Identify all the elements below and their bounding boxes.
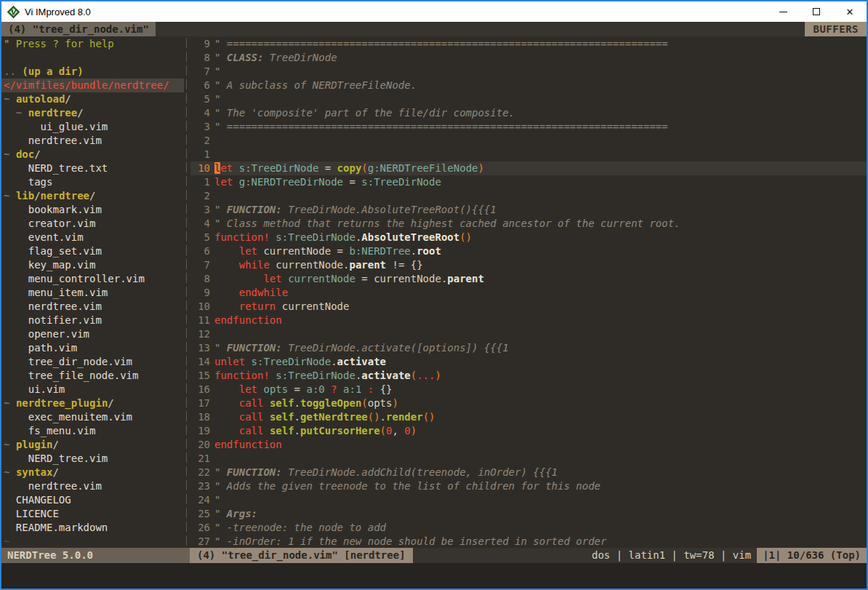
minimize-button[interactable] bbox=[766, 1, 800, 22]
code-line[interactable]: 4" Class method that returns the highest… bbox=[190, 217, 867, 231]
syntax-span: activate bbox=[337, 356, 386, 367]
line-text: " FUNCTION: TreeDirNode.AbsoluteTreeRoot… bbox=[214, 203, 867, 217]
code-line[interactable]: 4" The 'composite' part of the file/dir … bbox=[190, 106, 867, 120]
syntax-span: et bbox=[220, 162, 233, 174]
code-line[interactable]: 9" =====================================… bbox=[190, 37, 867, 51]
code-line[interactable]: 11endfunction bbox=[190, 314, 867, 327]
tree-row[interactable]: ~ nerdtree/ bbox=[1, 106, 184, 120]
tree-row[interactable]: nerdtree.vim bbox=[1, 300, 184, 314]
tree-row[interactable]: event.vim bbox=[1, 231, 184, 244]
code-line[interactable]: 23" Adds the given treenode to the list … bbox=[190, 479, 867, 493]
syntax-span: call bbox=[239, 411, 264, 423]
code-line[interactable]: 7" bbox=[190, 65, 867, 79]
code-line[interactable]: 6 let currentNode = b:NERDTree.root bbox=[190, 244, 867, 258]
tree-row[interactable]: tree_file_node.vim bbox=[1, 369, 184, 383]
tree-row[interactable]: key_map.vim bbox=[1, 258, 184, 272]
tree-row[interactable]: NERD_tree.txt bbox=[1, 162, 184, 175]
tree-row[interactable]: ~ lib/nerdtree/ bbox=[1, 189, 184, 203]
code-line[interactable]: 15function! s:TreeDirNode.activate(...) bbox=[190, 369, 867, 383]
code-line[interactable]: 8 let currentNode = currentNode.parent bbox=[190, 272, 867, 286]
syntax-span: ( bbox=[361, 162, 367, 174]
tree-row[interactable]: ~ bbox=[1, 535, 184, 548]
maximize-button[interactable] bbox=[800, 1, 833, 22]
nerdtree-pane[interactable]: " Press ? for help.. (up a dir)</vimfile… bbox=[1, 36, 184, 548]
line-text: " A subclass of NERDTreeFileNode. bbox=[214, 79, 867, 92]
code-line[interactable]: 8" CLASS: TreeDirNode bbox=[190, 51, 867, 65]
code-line[interactable]: 25" Args: bbox=[190, 507, 867, 521]
tree-row[interactable]: tree_dir_node.vim bbox=[1, 355, 184, 369]
code-line[interactable]: 22" FUNCTION: TreeDirNode.addChild(treen… bbox=[190, 466, 867, 479]
code-line[interactable]: 14unlet s:TreeDirNode.activate bbox=[190, 355, 867, 369]
tree-row[interactable]: .. (up a dir) bbox=[1, 65, 184, 79]
tree-row[interactable]: ~ autoload/ bbox=[1, 92, 184, 106]
tree-row[interactable]: ~ doc/ bbox=[1, 148, 184, 162]
code-line[interactable]: 19 call self.putCursorHere(0, 0) bbox=[190, 424, 867, 438]
code-line[interactable]: 6" A subclass of NERDTreeFileNode. bbox=[190, 79, 867, 92]
tree-row[interactable]: nerdtree.vim bbox=[1, 479, 184, 493]
syntax-span: FUNCTION: bbox=[227, 342, 282, 354]
code-line[interactable]: 3" FUNCTION: TreeDirNode.AbsoluteTreeRoo… bbox=[190, 203, 867, 217]
code-line[interactable]: 13" FUNCTION: TreeDirNode.activate([opti… bbox=[190, 341, 867, 355]
code-line[interactable]: 21 bbox=[190, 452, 867, 466]
tree-row[interactable]: menu_item.vim bbox=[1, 286, 184, 300]
code-line[interactable]: 9 endwhile bbox=[190, 286, 867, 300]
tree-row[interactable]: nerdtree.vim bbox=[1, 134, 184, 148]
tree-row[interactable]: flag_set.vim bbox=[1, 244, 184, 258]
code-line[interactable]: 26" -treenode: the node to add bbox=[190, 521, 867, 535]
code-line[interactable]: 2 bbox=[190, 134, 867, 148]
close-button[interactable]: ✕ bbox=[833, 1, 867, 22]
tree-row-selected[interactable]: </vimfiles/bundle/nerdtree/ bbox=[1, 79, 184, 92]
code-line[interactable]: 5function! s:TreeDirNode.AbsoluteTreeRoo… bbox=[190, 231, 867, 244]
syntax-span: let bbox=[263, 273, 281, 284]
tree-row[interactable]: fs_menu.vim bbox=[1, 424, 184, 438]
tree-row[interactable]: exec_menuitem.vim bbox=[1, 410, 184, 424]
tree-row[interactable]: NERD_tree.vim bbox=[1, 452, 184, 466]
code-line[interactable]: 20endfunction bbox=[190, 438, 867, 452]
code-line[interactable]: 7 while currentNode.parent != {} bbox=[190, 258, 867, 272]
tree-row[interactable]: bookmark.vim bbox=[1, 203, 184, 217]
tree-row[interactable] bbox=[1, 51, 184, 65]
code-line[interactable]: 18 call self.getNerdtree().render() bbox=[190, 410, 867, 424]
tree-row[interactable]: notifier.vim bbox=[1, 314, 184, 327]
syntax-span: " bbox=[214, 65, 220, 77]
tree-row[interactable]: CHANGELOG bbox=[1, 493, 184, 507]
code-line[interactable]: 17 call self.toggleOpen(opts) bbox=[190, 396, 867, 410]
tree-row[interactable]: opener.vim bbox=[1, 327, 184, 341]
window-separator[interactable] bbox=[184, 36, 190, 548]
tree-row[interactable]: path.vim bbox=[1, 341, 184, 355]
syntax-span: s:TreeDirNode bbox=[276, 231, 355, 243]
tree-row[interactable]: ui_glue.vim bbox=[1, 120, 184, 134]
code-line[interactable]: 27" -inOrder: 1 if the new node should b… bbox=[190, 535, 867, 548]
syntax-span: ) bbox=[435, 370, 441, 381]
code-line[interactable]: 1 bbox=[190, 148, 867, 162]
syntax-span: nerdtree.vim bbox=[4, 480, 102, 492]
syntax-span: tree_dir_node.vim bbox=[4, 356, 132, 367]
tree-row[interactable]: tags bbox=[1, 175, 184, 189]
syntax-span bbox=[263, 425, 269, 436]
code-line[interactable]: 3" =====================================… bbox=[190, 120, 867, 134]
syntax-span: exec_menuitem.vim bbox=[4, 411, 132, 423]
code-line[interactable]: 24" bbox=[190, 493, 867, 507]
code-line[interactable]: 5" bbox=[190, 92, 867, 106]
tree-row[interactable]: README.markdown bbox=[1, 521, 184, 535]
code-line[interactable]: 2 bbox=[190, 189, 867, 203]
syntax-span bbox=[9, 397, 15, 409]
code-line[interactable]: 10 return currentNode bbox=[190, 300, 867, 314]
line-number: 2 bbox=[193, 189, 210, 203]
syntax-span: opts bbox=[263, 383, 288, 395]
tree-row[interactable]: ~ syntax/ bbox=[1, 466, 184, 479]
code-line[interactable]: 1let g:NERDTreeDirNode = s:TreeDirNode bbox=[190, 175, 867, 189]
editor-pane[interactable]: 9" =====================================… bbox=[190, 36, 867, 548]
tree-row[interactable]: menu_controller.vim bbox=[1, 272, 184, 286]
code-line[interactable]: 12 bbox=[190, 327, 867, 341]
tree-row[interactable]: " Press ? for help bbox=[1, 37, 184, 51]
tree-row[interactable]: creator.vim bbox=[1, 217, 184, 231]
tree-row[interactable]: ~ nerdtree_plugin/ bbox=[1, 396, 184, 410]
tree-row[interactable]: ui.vim bbox=[1, 383, 184, 396]
code-line[interactable]: 16 let opts = a:0 ? a:1 : {} bbox=[190, 383, 867, 396]
tree-row[interactable]: LICENCE bbox=[1, 507, 184, 521]
syntax-span: self bbox=[270, 411, 294, 423]
tab-tree-dir-node[interactable]: (4) "tree_dir_node.vim" bbox=[1, 22, 156, 36]
tree-row[interactable]: ~ plugin/ bbox=[1, 438, 184, 452]
code-line-current[interactable]: 10let s:TreeDirNode = copy(g:NERDTreeFil… bbox=[190, 162, 867, 175]
